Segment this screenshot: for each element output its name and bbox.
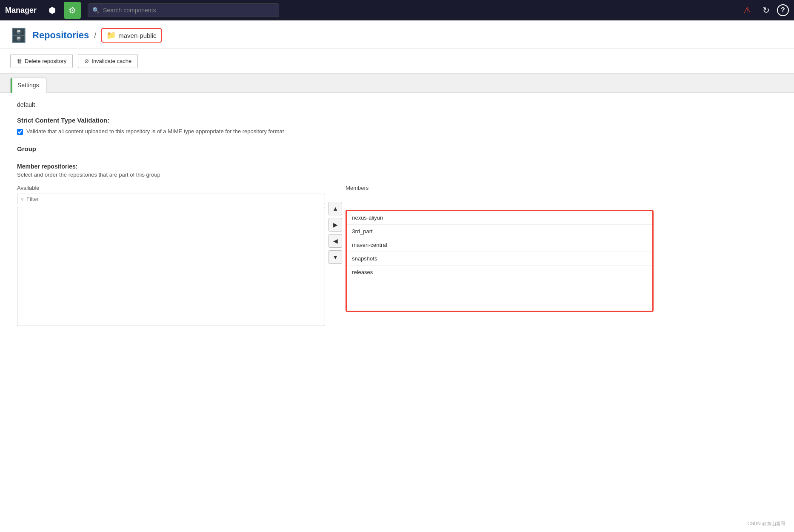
breadcrumb-separator: / bbox=[94, 31, 96, 40]
members-label: Members bbox=[346, 185, 654, 191]
maven-public-icon: 📁 bbox=[106, 31, 116, 40]
search-input[interactable] bbox=[103, 7, 274, 14]
list-item[interactable]: nexus-aliyun bbox=[347, 211, 652, 225]
invalidate-cache-button[interactable]: ⊘ Invalidate cache bbox=[78, 54, 138, 68]
tab-bar: Settings bbox=[0, 74, 794, 93]
tab-settings-label: Settings bbox=[17, 82, 39, 89]
move-up-button[interactable]: ▲ bbox=[328, 202, 342, 215]
transfer-buttons: ▲ ▶ ◀ ▼ bbox=[325, 202, 346, 264]
help-icon-btn[interactable]: ? bbox=[777, 4, 789, 16]
alert-icon-btn[interactable]: ⚠ bbox=[740, 3, 755, 18]
move-right-button[interactable]: ▶ bbox=[328, 218, 342, 232]
available-panel: Available ▿ bbox=[17, 185, 325, 326]
move-left-button[interactable]: ◀ bbox=[328, 234, 342, 248]
tab-settings[interactable]: Settings bbox=[10, 78, 46, 93]
search-bar: 🔍 bbox=[88, 3, 279, 17]
cube-icon-btn[interactable]: ⬢ bbox=[43, 2, 60, 19]
app-name: Manager bbox=[5, 6, 37, 15]
action-bar: 🗑 Delete repository ⊘ Invalidate cache bbox=[0, 49, 794, 74]
delete-icon: 🗑 bbox=[17, 58, 22, 64]
move-up-icon: ▲ bbox=[332, 205, 338, 212]
move-down-icon: ▼ bbox=[332, 254, 338, 260]
page-header: 🗄️ Repositories / 📁 maven-public bbox=[0, 20, 794, 49]
strict-content-row: Validate that all content uploaded to th… bbox=[17, 128, 777, 135]
list-item[interactable]: snapshots bbox=[347, 252, 652, 266]
delete-repository-button[interactable]: 🗑 Delete repository bbox=[10, 54, 73, 68]
strict-content-title: Strict Content Type Validation: bbox=[17, 117, 777, 124]
group-section: Group Member repositories: Select and or… bbox=[17, 145, 777, 326]
topbar: Manager ⬢ ⚙ 🔍 ⚠ ↻ ? bbox=[0, 0, 794, 20]
list-item[interactable]: 3rd_part bbox=[347, 225, 652, 238]
breadcrumb-current-name: maven-public bbox=[118, 32, 156, 39]
breadcrumb-current[interactable]: 📁 maven-public bbox=[101, 28, 161, 43]
move-down-button[interactable]: ▼ bbox=[328, 250, 342, 264]
topbar-right-actions: ⚠ ↻ ? bbox=[740, 3, 789, 18]
members-panel: Members nexus-aliyun3rd_partmaven-centra… bbox=[346, 185, 654, 312]
strict-content-label: Validate that all content uploaded to th… bbox=[26, 128, 284, 134]
gear-icon-btn[interactable]: ⚙ bbox=[64, 2, 81, 19]
watermark: CSDN @东山富哥 bbox=[748, 521, 785, 527]
gear-icon: ⚙ bbox=[69, 5, 76, 15]
invalidate-label: Invalidate cache bbox=[91, 58, 131, 64]
invalidate-icon: ⊘ bbox=[84, 58, 89, 64]
list-item[interactable]: maven-central bbox=[347, 238, 652, 252]
repositories-icon: 🗄️ bbox=[10, 27, 27, 43]
available-list[interactable] bbox=[17, 207, 325, 326]
blob-store-value: default bbox=[17, 101, 777, 108]
delete-label: Delete repository bbox=[25, 58, 66, 64]
filter-row: ▿ bbox=[17, 194, 325, 204]
filter-icon: ▿ bbox=[21, 196, 24, 202]
available-label: Available bbox=[17, 185, 325, 191]
member-repos-desc: Select and order the repositories that a… bbox=[17, 172, 777, 178]
move-left-icon: ◀ bbox=[333, 237, 338, 244]
members-list[interactable]: nexus-aliyun3rd_partmaven-centralsnapsho… bbox=[346, 210, 654, 312]
breadcrumb-title: Repositories bbox=[32, 30, 89, 41]
search-icon: 🔍 bbox=[92, 7, 100, 14]
transfer-widget: Available ▿ ▲ ▶ bbox=[17, 185, 777, 326]
list-item[interactable]: releases bbox=[347, 266, 652, 279]
strict-content-checkbox[interactable] bbox=[17, 129, 23, 135]
move-right-icon: ▶ bbox=[333, 221, 338, 228]
refresh-icon-btn[interactable]: ↻ bbox=[758, 3, 774, 18]
group-label: Group bbox=[17, 145, 777, 156]
filter-input[interactable] bbox=[26, 196, 98, 202]
cube-icon: ⬢ bbox=[49, 5, 56, 15]
settings-content: default Strict Content Type Validation: … bbox=[0, 93, 794, 335]
content-area: 🗄️ Repositories / 📁 maven-public 🗑 Delet… bbox=[0, 20, 794, 532]
member-repos-title: Member repositories: bbox=[17, 163, 777, 170]
